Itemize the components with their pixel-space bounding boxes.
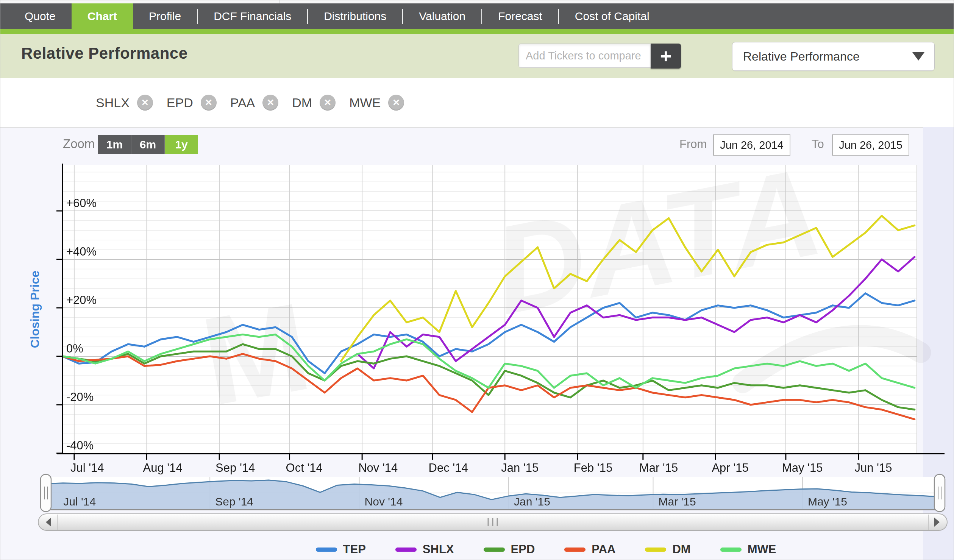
navigator-label: Jan '15 [514,495,550,508]
legend-swatch [484,548,505,552]
x-tick-label: Dec '14 [429,461,468,474]
x-tick-label: Jan '15 [501,461,539,474]
navigator-left-handle[interactable] [41,474,51,512]
x-tick-label: Jun '15 [854,461,892,474]
navigator-label: May '15 [808,495,847,508]
to-label: To [812,137,824,151]
legend-label: EPD [511,543,535,556]
y-tick-label: 0% [66,342,83,355]
x-tick-label: Jul '14 [70,461,104,474]
x-tick-label: May '15 [782,461,823,474]
legend-item-mwe[interactable]: MWE [720,543,776,556]
x-tick-label: Aug '14 [143,461,183,474]
from-date-input[interactable] [713,134,790,156]
x-tick-label: Nov '14 [358,461,398,474]
chart-controls: Zoom 1m6m1y From To [0,134,954,156]
legend-swatch [564,548,586,552]
x-tick-label: Apr '15 [712,461,748,474]
y-tick-label: +40% [66,245,97,258]
x-tick-label: Oct '14 [286,461,323,474]
x-tick-label: Feb '15 [574,461,612,474]
legend-label: MWE [748,543,776,556]
relative-performance-chart: MDATA+60%+40%+20%0%-20%-40%Jul '14Aug '1… [0,0,954,560]
zoom-buttons: 1m6m1y [98,135,198,154]
legend-label: SHLX [423,543,454,556]
navigator-label: Jul '14 [63,495,96,508]
from-label: From [679,137,707,151]
app-window: QuoteChartProfileDCF FinancialsDistribut… [0,0,954,560]
legend-label: TEP [343,543,366,556]
legend-swatch [316,548,337,552]
y-axis-title: Closing Price [28,271,42,348]
navigator-label: Sep '14 [215,495,253,508]
legend-label: PAA [592,543,615,556]
x-tick-label: Sep '14 [215,461,255,474]
zoom-option-1y[interactable]: 1y [165,135,198,154]
legend-swatch [645,548,666,552]
x-tick-label: Mar '15 [639,461,678,474]
navigator-label: Nov '14 [365,495,403,508]
chart-legend: TEPSHLXEPDPAADMMWE [0,540,954,559]
legend-item-epd[interactable]: EPD [484,543,535,556]
legend-item-dm[interactable]: DM [645,543,690,556]
zoom-option-6m[interactable]: 6m [131,135,165,154]
zoom-option-1m[interactable]: 1m [98,135,131,154]
y-tick-label: -20% [66,390,94,404]
legend-swatch [720,548,742,552]
legend-label: DM [672,543,690,556]
legend-item-tep[interactable]: TEP [316,543,366,556]
y-tick-label: +60% [66,197,97,210]
y-tick-label: -40% [66,439,94,452]
zoom-label: Zoom [63,137,95,151]
navigator-right-handle[interactable] [934,474,945,512]
legend-item-shlx[interactable]: SHLX [395,543,454,556]
navigator-label: Mar '15 [659,495,696,508]
to-date-input[interactable] [832,134,909,156]
legend-item-paa[interactable]: PAA [564,543,615,556]
y-tick-label: +20% [66,293,97,307]
legend-swatch [395,548,417,552]
